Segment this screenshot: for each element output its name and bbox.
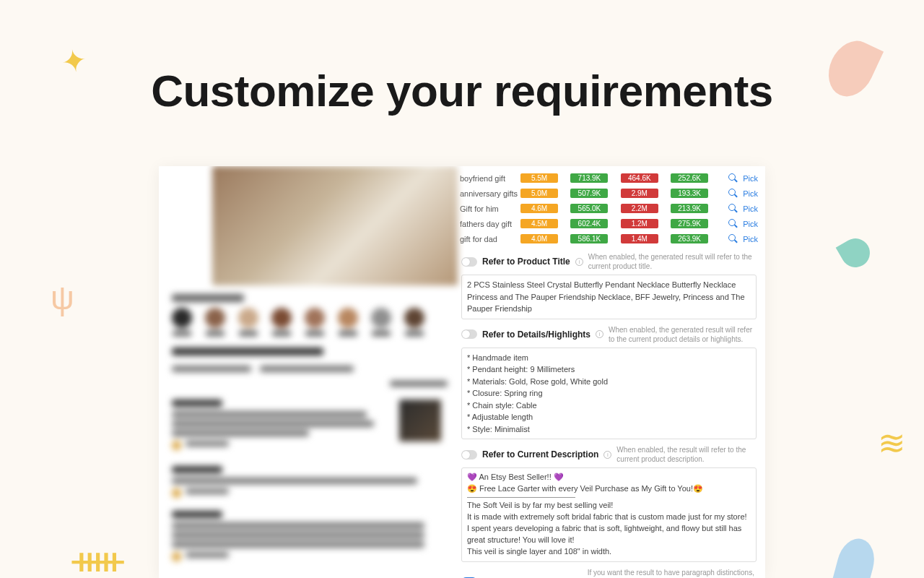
toggle-refer-description[interactable] (461, 450, 477, 460)
section-refer-details: Refer to Details/Highlights i When enabl… (458, 325, 759, 440)
desc-line-2: 😍 Free Lace Garter with every Veil Purch… (467, 483, 751, 495)
page-heading: Customize your requirements (0, 65, 924, 116)
plant-decoration-bottom-right (832, 535, 879, 578)
hint-refer-title: When enabled, the generated result will … (588, 252, 757, 271)
keyword-name: fathers day gift (458, 216, 519, 231)
pick-button[interactable]: Pick (743, 174, 758, 183)
pick-button[interactable]: Pick (743, 235, 758, 243)
detail-bullet: * Closure: Spring ring (467, 387, 751, 400)
cactus-decoration-left: ψ (51, 278, 74, 317)
field-product-title[interactable]: 2 PCS Stainless Steel Crystal Butterfly … (461, 275, 757, 319)
pick-button[interactable]: Pick (743, 204, 758, 213)
detail-bullet: * Style: Minimalist (467, 423, 751, 436)
field-current-description[interactable]: 💜 An Etsy Best Seller!! 💜 😍 Free Lace Ga… (461, 467, 757, 562)
metric-pill: 713.9K (570, 173, 608, 183)
detail-bullet: * Materials: Gold, Rose gold, White gold (467, 376, 751, 388)
metric-pill: 464.6K (621, 173, 658, 183)
toggle-refer-details[interactable] (461, 329, 477, 339)
detail-bullet: * Chain style: Cable (467, 400, 751, 412)
metric-pill: 213.9K (671, 204, 708, 213)
detail-bullet: * Pendant height: 9 Millimeters (467, 363, 751, 376)
label-refer-details: Refer to Details/Highlights (482, 329, 590, 340)
detail-bullet: * Adjustable length (467, 411, 751, 423)
keyword-row: fathers day gift4.5M602.4K1.2M275.9KPick (458, 216, 759, 231)
hint-refer-description: When enabled, the result will refer to t… (616, 445, 757, 464)
metric-pill: 586.1K (570, 234, 608, 243)
search-icon[interactable] (728, 219, 738, 228)
keyword-row: anniversary gifts5.0M507.9K2.9M193.3KPic… (458, 186, 759, 201)
metric-pill: 4.0M (520, 234, 558, 243)
info-icon: i (603, 451, 611, 459)
metric-pill: 2.9M (621, 189, 658, 198)
keyword-name: anniversary gifts (458, 186, 519, 201)
toggle-refer-title[interactable] (461, 257, 477, 267)
search-icon[interactable] (728, 173, 738, 183)
keyword-name: Gift for him (458, 201, 519, 216)
detail-bullet: * Handmade item (467, 352, 751, 364)
metric-pill: 5.0M (520, 189, 558, 198)
metric-pill: 4.6M (520, 204, 558, 213)
keyword-row: Gift for him4.6M565.0K2.2M213.9KPick (458, 201, 759, 216)
label-refer-title: Refer to Product Title (482, 256, 570, 267)
desc-line-5: This veil is single layer and 108" in wi… (467, 546, 751, 558)
metric-pill: 275.9K (671, 219, 708, 228)
metric-pill: 1.4M (621, 234, 658, 243)
metric-pill: 1.2M (621, 219, 658, 228)
info-icon: i (575, 258, 583, 266)
config-column: boyfriend gift5.5M713.9K464.6K252.6KPick… (458, 166, 765, 578)
product-preview-blurred (159, 166, 458, 578)
info-icon: i (596, 330, 603, 338)
desc-line-3: The Soft Veil is by far my best selling … (467, 500, 751, 512)
keyword-name: boyfriend gift (458, 171, 519, 186)
section-split-paragraphs: Split into Paragraphs i If you want the … (458, 568, 759, 578)
desc-line-4: It is made with extremely soft bridal fa… (467, 512, 751, 546)
app-panel: boyfriend gift5.5M713.9K464.6K252.6KPick… (159, 166, 765, 578)
metric-pill: 4.5M (520, 219, 558, 228)
section-refer-description: Refer to Current Description i When enab… (458, 445, 759, 562)
field-details[interactable]: * Handmade item* Pendant height: 9 Milli… (461, 348, 757, 440)
label-refer-description: Refer to Current Description (482, 449, 598, 460)
leaf-decoration-right (836, 233, 876, 273)
grass-decoration-right: ≋ (878, 423, 906, 462)
pick-button[interactable]: Pick (743, 220, 758, 228)
search-icon[interactable] (728, 234, 738, 243)
metric-pill: 5.5M (520, 173, 558, 183)
metric-pill: 263.9K (671, 234, 708, 243)
metric-pill: 507.9K (570, 189, 608, 198)
metric-pill: 565.0K (570, 204, 608, 213)
desc-line-1: 💜 An Etsy Best Seller!! 💜 (467, 472, 751, 483)
pick-button[interactable]: Pick (743, 189, 758, 198)
keyword-table: boyfriend gift5.5M713.9K464.6K252.6KPick… (458, 171, 759, 246)
keyword-row: gift for dad4.0M586.1K1.4M263.9KPick (458, 231, 759, 246)
section-refer-title: Refer to Product Title i When enabled, t… (458, 252, 759, 319)
metric-pill: 602.4K (570, 219, 608, 228)
divider (467, 497, 575, 498)
keyword-row: boyfriend gift5.5M713.9K464.6K252.6KPick (458, 171, 759, 186)
metric-pill: 252.6K (671, 173, 708, 183)
grass-decoration-bottom-left: ᚔ (72, 538, 123, 578)
metric-pill: 2.2M (621, 204, 658, 213)
metric-pill: 193.3K (671, 189, 708, 198)
hint-refer-details: When enabled, the generated result will … (609, 325, 757, 344)
search-icon[interactable] (728, 189, 738, 198)
search-icon[interactable] (728, 204, 738, 213)
keyword-name: gift for dad (458, 231, 519, 246)
hint-split: If you want the result to have paragraph… (588, 568, 757, 578)
